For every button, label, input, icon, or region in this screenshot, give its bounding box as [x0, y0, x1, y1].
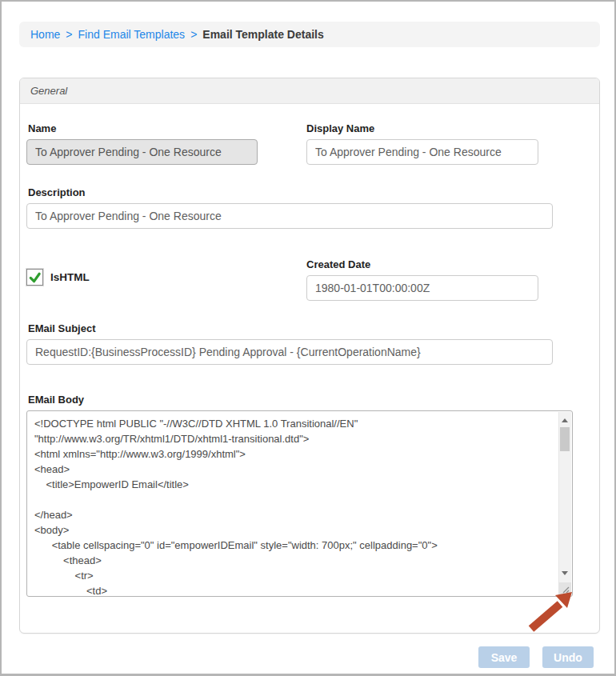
checkmark-icon	[28, 270, 42, 284]
created-date-label: Created Date	[306, 258, 370, 270]
breadcrumb: Home > Find Email Templates > Email Temp…	[19, 22, 600, 47]
annotation-arrow-icon	[526, 590, 577, 635]
breadcrumb-separator: >	[190, 28, 197, 41]
breadcrumb-home-link[interactable]: Home	[30, 28, 60, 41]
scrollbar-thumb[interactable]	[560, 427, 570, 451]
email-subject-label: EMail Subject	[28, 322, 96, 334]
description-label: Description	[28, 186, 86, 198]
email-template-details-page: Home > Find Email Templates > Email Temp…	[0, 0, 616, 676]
created-date-input[interactable]	[306, 275, 538, 301]
scroll-down-icon[interactable]	[558, 567, 571, 578]
display-name-label: Display Name	[306, 122, 374, 134]
save-button[interactable]: Save	[478, 646, 530, 668]
email-body-text: <!DOCTYPE html PUBLIC "-//W3C//DTD XHTML…	[27, 411, 572, 597]
ishtml-checkbox[interactable]	[26, 269, 43, 286]
description-input[interactable]	[26, 203, 553, 229]
email-body-input[interactable]: <!DOCTYPE html PUBLIC "-//W3C//DTD XHTML…	[26, 410, 573, 597]
undo-button[interactable]: Undo	[542, 646, 594, 668]
ishtml-label: IsHTML	[50, 271, 90, 283]
breadcrumb-find-email-templates-link[interactable]: Find Email Templates	[78, 28, 186, 41]
display-name-input[interactable]	[306, 139, 538, 165]
email-subject-input[interactable]	[26, 339, 553, 365]
scroll-up-icon[interactable]	[558, 414, 571, 426]
name-label: Name	[28, 122, 56, 134]
email-body-label: EMail Body	[28, 394, 84, 406]
name-input	[26, 139, 258, 165]
breadcrumb-current-page: Email Template Details	[202, 28, 323, 41]
general-panel-header: General	[20, 78, 599, 104]
general-panel: General Name Display Name Description Is…	[19, 78, 600, 634]
resize-grip-icon[interactable]	[558, 582, 571, 595]
breadcrumb-separator: >	[66, 28, 72, 41]
email-body-scrollbar[interactable]	[558, 412, 571, 595]
